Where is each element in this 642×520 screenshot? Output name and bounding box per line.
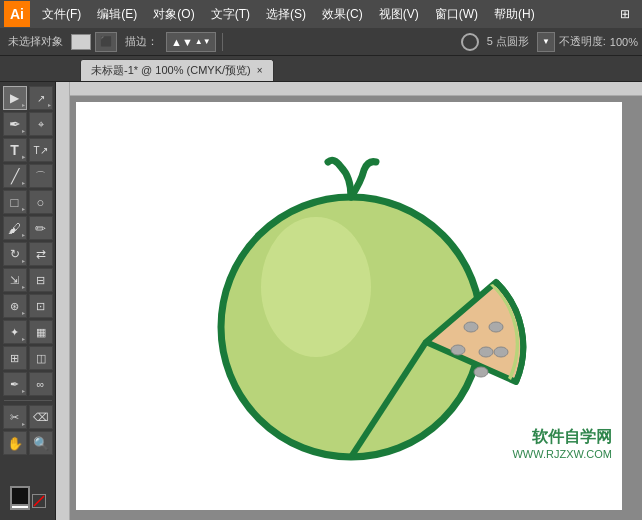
ruler-top [56, 82, 642, 96]
blend-tool[interactable]: ∞ [29, 372, 53, 396]
left-toolbar: ▶▸ ↗▸ ✒▸ ⌖ T▸ T↗ ╱▸ ⌒ □▸ ○ 🖌▸ ✏ ↻▸ ⇄ ⇲▸ [0, 82, 56, 520]
stroke-icon-btn[interactable]: ⬛ [95, 32, 117, 52]
separator-1 [222, 33, 223, 51]
rect-tool[interactable]: □▸ [3, 190, 27, 214]
menu-window[interactable]: 窗口(W) [427, 0, 486, 28]
rotate-tool[interactable]: ↻▸ [3, 242, 27, 266]
menu-view[interactable]: 视图(V) [371, 0, 427, 28]
none-swatch[interactable] [32, 494, 46, 508]
tool-row-14: ✋ 🔍 [3, 431, 53, 455]
ellipse-tool[interactable]: ○ [29, 190, 53, 214]
ai-logo: Ai [4, 1, 30, 27]
svg-point-6 [489, 322, 503, 332]
tool-separator [4, 400, 52, 401]
svg-point-8 [494, 347, 508, 357]
svg-point-3 [464, 322, 478, 332]
object-status: 未选择对象 [4, 34, 67, 49]
menu-panels[interactable]: ⊞ [612, 0, 638, 28]
tool-row-9: ⊛▸ ⊡ [3, 294, 53, 318]
tabs-bar: 未标题-1* @ 100% (CMYK/预览) × [0, 56, 642, 82]
svg-point-5 [451, 345, 465, 355]
tool-row-1: ▶▸ ↗▸ [3, 86, 53, 110]
symbol-sprayer-tool[interactable]: ✦▸ [3, 320, 27, 344]
svg-point-7 [474, 367, 488, 377]
watermark-line1: 软件自学网 [512, 427, 612, 448]
svg-point-4 [479, 347, 493, 357]
tool-row-4: ╱▸ ⌒ [3, 164, 53, 188]
point-shape-label: 5 点圆形 [483, 34, 533, 49]
stroke-label: 描边： [121, 34, 162, 49]
menu-bar: 文件(F) 编辑(E) 对象(O) 文字(T) 选择(S) 效果(C) 视图(V… [34, 0, 638, 28]
hand-tool[interactable]: ✋ [3, 431, 27, 455]
eraser-tool[interactable]: ⌫ [29, 405, 53, 429]
menu-file[interactable]: 文件(F) [34, 0, 89, 28]
menu-effect[interactable]: 效果(C) [314, 0, 371, 28]
watermark: 软件自学网 WWW.RJZXW.COM [512, 427, 612, 460]
svg-line-0 [34, 496, 44, 506]
select-tool[interactable]: ▶▸ [3, 86, 27, 110]
zoom-tool[interactable]: 🔍 [29, 431, 53, 455]
tab-close-btn[interactable]: × [257, 65, 263, 76]
menu-help[interactable]: 帮助(H) [486, 0, 543, 28]
main-area: ▶▸ ↗▸ ✒▸ ⌖ T▸ T↗ ╱▸ ⌒ □▸ ○ 🖌▸ ✏ ↻▸ ⇄ ⇲▸ [0, 82, 642, 520]
free-transform-tool[interactable]: ⊡ [29, 294, 53, 318]
melon-illustration [186, 142, 546, 482]
opacity-value: 100% [610, 36, 638, 48]
line-tool[interactable]: ╱▸ [3, 164, 27, 188]
svg-point-2 [261, 217, 371, 357]
opacity-label: 不透明度: [559, 34, 606, 49]
ruler-left [56, 82, 70, 520]
fill-swatch[interactable] [71, 34, 91, 50]
column-graph-tool[interactable]: ▦ [29, 320, 53, 344]
tool-row-3: T▸ T↗ [3, 138, 53, 162]
tab-title: 未标题-1* @ 100% (CMYK/预览) [91, 63, 251, 78]
tool-row-12: ✒▸ ∞ [3, 372, 53, 396]
eyedropper-tool[interactable]: ✒▸ [3, 372, 27, 396]
pen-tool[interactable]: ✒▸ [3, 112, 27, 136]
warp-tool[interactable]: ⊛▸ [3, 294, 27, 318]
stroke-weight-dropdown[interactable]: ▲▼ ▲▼ [166, 32, 216, 52]
scissors-tool[interactable]: ✂▸ [3, 405, 27, 429]
menu-text[interactable]: 文字(T) [203, 0, 258, 28]
tool-row-13: ✂▸ ⌫ [3, 405, 53, 429]
gradient-tool[interactable]: ◫ [29, 346, 53, 370]
tool-row-6: 🖌▸ ✏ [3, 216, 53, 240]
color-swatches [10, 478, 46, 516]
menu-select[interactable]: 选择(S) [258, 0, 314, 28]
tool-row-5: □▸ ○ [3, 190, 53, 214]
title-bar: Ai 文件(F) 编辑(E) 对象(O) 文字(T) 选择(S) 效果(C) 视… [0, 0, 642, 28]
menu-edit[interactable]: 编辑(E) [89, 0, 145, 28]
options-toolbar: 未选择对象 ⬛ 描边： ▲▼ ▲▼ 5 点圆形 ▼ 不透明度: 100% [0, 28, 642, 56]
shear-tool[interactable]: ⊟ [29, 268, 53, 292]
direct-select-tool[interactable]: ↗▸ [29, 86, 53, 110]
fg-color-swatch[interactable] [10, 486, 30, 506]
toolbar-right: 5 点圆形 ▼ 不透明度: 100% [461, 32, 638, 52]
canvas-area[interactable]: 软件自学网 WWW.RJZXW.COM [56, 82, 642, 520]
arc-tool[interactable]: ⌒ [29, 164, 53, 188]
tool-row-11: ⊞ ◫ [3, 346, 53, 370]
tool-row-7: ↻▸ ⇄ [3, 242, 53, 266]
document-tab[interactable]: 未标题-1* @ 100% (CMYK/预览) × [80, 59, 274, 81]
paintbrush-tool[interactable]: 🖌▸ [3, 216, 27, 240]
scale-tool[interactable]: ⇲▸ [3, 268, 27, 292]
pencil-tool[interactable]: ✏ [29, 216, 53, 240]
brush-shape-preview [461, 33, 479, 51]
brush-dropdown[interactable]: ▼ [537, 32, 555, 52]
menu-object[interactable]: 对象(O) [145, 0, 202, 28]
tool-row-2: ✒▸ ⌖ [3, 112, 53, 136]
tool-row-10: ✦▸ ▦ [3, 320, 53, 344]
type-tool[interactable]: T▸ [3, 138, 27, 162]
watermark-line2: WWW.RJZXW.COM [512, 448, 612, 460]
reflect-tool[interactable]: ⇄ [29, 242, 53, 266]
touch-type-tool[interactable]: T↗ [29, 138, 53, 162]
mesh-tool[interactable]: ⊞ [3, 346, 27, 370]
curvature-tool[interactable]: ⌖ [29, 112, 53, 136]
tool-row-8: ⇲▸ ⊟ [3, 268, 53, 292]
